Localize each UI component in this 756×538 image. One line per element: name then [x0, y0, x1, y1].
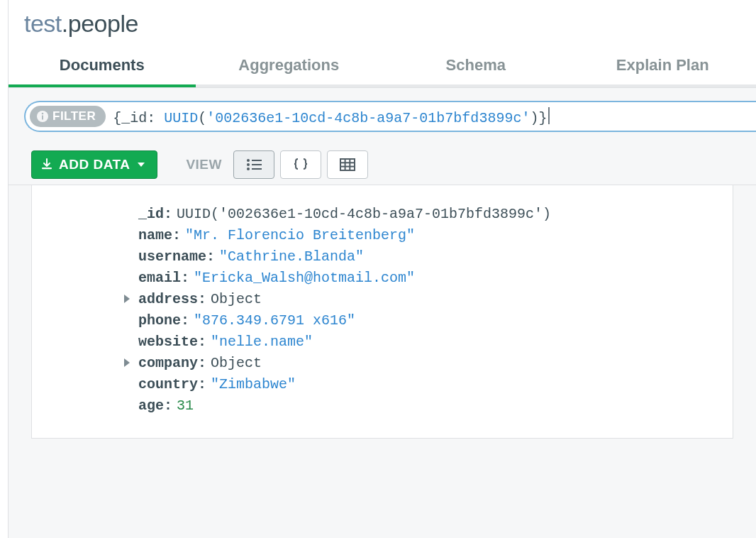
field-row-phone[interactable]: phone"876.349.6791 x616": [138, 310, 718, 331]
svg-point-6: [247, 168, 250, 170]
view-json-button[interactable]: [280, 150, 321, 179]
view-label: VIEW: [186, 157, 222, 172]
filter-pill[interactable]: FILTER: [30, 106, 106, 127]
filter-pill-label: FILTER: [52, 109, 96, 123]
tab-schema[interactable]: Schema: [382, 50, 569, 87]
expand-icon[interactable]: [124, 295, 130, 303]
view-mode-group: [233, 150, 374, 179]
field-row-company[interactable]: companyObject: [138, 353, 718, 374]
braces-icon: [293, 158, 308, 171]
field-row-name[interactable]: name"Mr. Florencio Breitenberg": [138, 225, 718, 246]
tab-documents[interactable]: Documents: [9, 50, 196, 87]
collection-name: people: [68, 10, 138, 37]
add-data-label: ADD DATA: [59, 157, 130, 172]
svg-rect-10: [340, 159, 355, 170]
svg-point-2: [42, 113, 44, 115]
filter-bar[interactable]: FILTER {_id: UUID('002636e1-10cd-4c8b-a9…: [24, 101, 756, 132]
svg-rect-9: [252, 168, 262, 170]
table-icon: [340, 158, 355, 171]
field-row-email[interactable]: email"Ericka_Walsh@hotmail.com": [138, 268, 718, 289]
download-icon: [40, 158, 53, 171]
document-card[interactable]: _idUUID('002636e1-10cd-4c8b-a9a7-01b7bfd…: [31, 185, 733, 439]
field-row-age[interactable]: age31: [138, 395, 718, 417]
add-data-button[interactable]: ADD DATA: [31, 150, 157, 179]
svg-rect-1: [42, 116, 43, 120]
tab-explain-plan[interactable]: Explain Plan: [569, 50, 757, 87]
caret-down-icon: [137, 160, 145, 169]
tab-aggregations[interactable]: Aggregations: [196, 50, 383, 87]
svg-point-4: [247, 159, 250, 162]
database-name: test: [24, 10, 62, 37]
field-row-website[interactable]: website"nelle.name": [138, 331, 718, 353]
svg-rect-7: [252, 160, 262, 161]
collection-title: test.people: [9, 0, 756, 40]
filter-query-input[interactable]: {_id: UUID('002636e1-10cd-4c8b-a9a7-01b7…: [113, 107, 550, 126]
text-cursor: [548, 107, 550, 124]
list-icon: [246, 158, 262, 171]
window-left-divider: [0, 0, 9, 538]
info-icon: [37, 111, 48, 122]
field-row-country[interactable]: country"Zimbabwe": [138, 374, 718, 395]
svg-rect-8: [252, 164, 262, 165]
tab-bar: Documents Aggregations Schema Explain Pl…: [9, 40, 756, 88]
svg-point-5: [247, 163, 250, 166]
field-row-address[interactable]: addressObject: [138, 289, 718, 310]
view-table-button[interactable]: [327, 150, 368, 179]
field-row-username[interactable]: username"Cathrine.Blanda": [138, 246, 718, 268]
view-list-button[interactable]: [233, 150, 274, 179]
expand-icon[interactable]: [124, 358, 130, 367]
svg-rect-3: [42, 168, 52, 169]
toolbar: ADD DATA VIEW: [9, 132, 756, 185]
title-separator: .: [62, 10, 68, 37]
field-row-id[interactable]: _idUUID('002636e1-10cd-4c8b-a9a7-01b7bfd…: [138, 204, 718, 225]
